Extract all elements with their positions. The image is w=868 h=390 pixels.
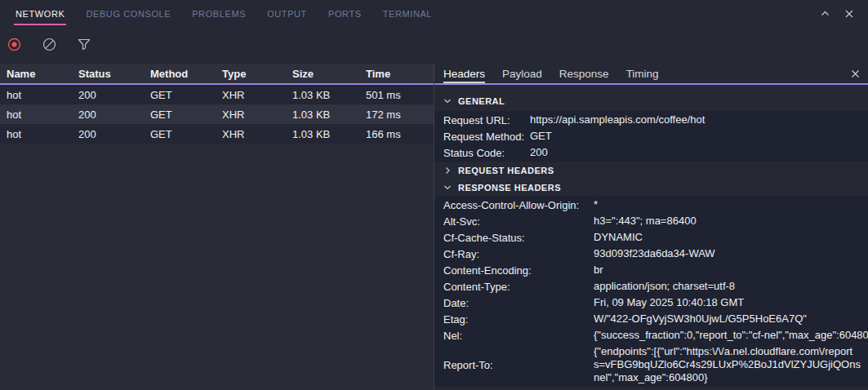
chevron-down-icon xyxy=(443,97,452,105)
close-panel-button[interactable] xyxy=(841,6,857,22)
section-title: RESPONSE HEADERS xyxy=(458,183,561,193)
header-value: * xyxy=(594,197,868,213)
panel-tab[interactable]: PORTS xyxy=(328,0,362,27)
panel-tab-label: NETWORK xyxy=(16,9,65,19)
column-header[interactable]: Type xyxy=(222,68,292,80)
cell-time: 501 ms xyxy=(366,89,434,101)
funnel-icon xyxy=(78,38,91,53)
details-tab[interactable]: Payload xyxy=(502,64,542,83)
column-header[interactable]: Status xyxy=(78,68,150,80)
panel-tab[interactable]: PROBLEMS xyxy=(192,0,246,27)
header-name: Date: xyxy=(443,297,594,309)
chevron-right-icon xyxy=(443,166,452,175)
general-block: Request URL: https://api.sampleapis.com/… xyxy=(434,111,868,162)
details-tab[interactable]: Headers xyxy=(443,64,485,83)
header-name: Cf-Ray: xyxy=(443,248,594,260)
network-devtools-panel: NETWORK DEBUG CONSOLE PROBLEMS OUTPUT PO… xyxy=(0,0,868,390)
collapse-panel-button[interactable] xyxy=(817,6,833,22)
response-header-row: Report-To: {"endpoints":[{"url":"https:\… xyxy=(434,343,868,386)
close-icon xyxy=(844,9,854,19)
cell-size: 1.03 KB xyxy=(292,109,366,121)
general-value: https://api.sampleapis.com/coffee/hot xyxy=(530,112,868,128)
details-tab[interactable]: Timing xyxy=(626,64,659,83)
chevron-up-icon xyxy=(820,8,830,19)
main-split: Name Status Method Type Size Time hot xyxy=(0,64,868,390)
panel-tab[interactable]: DEBUG CONSOLE xyxy=(86,0,171,27)
response-header-row: Date: Fri, 09 May 2025 10:40:18 GMT xyxy=(434,295,868,311)
header-value: W/"422-OFgVyjSW3h0UjwL/G5P5HoE6A7Q" xyxy=(594,311,868,327)
cell-status: 200 xyxy=(78,89,150,101)
cell-name: hot xyxy=(7,109,78,121)
record-button[interactable] xyxy=(4,36,24,55)
request-row[interactable]: hot 200 GET XHR 1.03 KB 166 ms xyxy=(0,124,434,144)
header-value: br xyxy=(594,262,868,278)
panel-tab[interactable]: OUTPUT xyxy=(267,0,307,27)
header-name: Cf-Cache-Status: xyxy=(443,232,594,244)
column-header[interactable]: Time xyxy=(366,68,434,80)
response-header-row: Alt-Svc: h3=":443"; ma=86400 xyxy=(434,213,868,229)
table-header-row: Name Status Method Type Size Time xyxy=(0,64,434,85)
cell-time: 166 ms xyxy=(366,128,434,140)
general-label: Request Method: xyxy=(443,131,530,143)
response-header-row: Etag: W/"422-OFgVyjSW3h0UjwL/G5P5HoE6A7Q… xyxy=(434,311,868,327)
table-rows: hot 200 GET XHR 1.03 KB 501 ms hot 200 G… xyxy=(0,85,434,144)
section-request-headers-header[interactable]: REQUEST HEADERS xyxy=(434,162,868,179)
section-title: REQUEST HEADERS xyxy=(458,166,554,175)
cell-time: 172 ms xyxy=(366,109,434,121)
filter-button[interactable] xyxy=(74,36,94,55)
table-empty-area xyxy=(0,144,434,390)
panel-tab[interactable]: NETWORK xyxy=(16,0,65,27)
section-general-header[interactable]: GENERAL xyxy=(434,91,868,111)
header-value: DYNAMIC xyxy=(594,229,868,246)
cell-size: 1.03 KB xyxy=(292,128,366,140)
request-row[interactable]: hot 200 GET XHR 1.03 KB 172 ms xyxy=(0,104,434,124)
details-tab-label: Headers xyxy=(443,68,485,80)
circle-slash-icon xyxy=(42,38,56,54)
panel-tab-label: TERMINAL xyxy=(383,9,432,19)
response-header-row: Access-Control-Allow-Origin: * xyxy=(434,197,868,213)
response-headers-block: Access-Control-Allow-Origin: * Alt-Svc: … xyxy=(434,196,868,387)
details-tabbar: Headers Payload Response Timing xyxy=(434,64,868,85)
section-title: GENERAL xyxy=(458,96,505,106)
header-value: 93d093f23da6da34-WAW xyxy=(594,246,868,262)
section-response-headers-header[interactable]: RESPONSE HEADERS xyxy=(434,179,868,196)
details-tab[interactable]: Response xyxy=(559,64,609,83)
general-label: Request URL: xyxy=(443,114,530,126)
panel-tab-label: PORTS xyxy=(328,9,362,19)
window-controls xyxy=(817,0,868,27)
close-icon xyxy=(851,69,860,78)
header-value: application/json; charset=utf-8 xyxy=(594,278,868,295)
general-label: Status Code: xyxy=(443,147,530,159)
cell-type: XHR xyxy=(222,128,292,140)
cell-method: GET xyxy=(150,109,222,121)
request-details-panel: Headers Payload Response Timing xyxy=(434,64,868,390)
clear-button[interactable] xyxy=(39,36,59,55)
column-header[interactable]: Size xyxy=(292,68,366,80)
panel-tab-label: PROBLEMS xyxy=(192,9,246,19)
column-header[interactable]: Method xyxy=(150,68,222,80)
panel-tab[interactable]: TERMINAL xyxy=(383,0,432,27)
general-value: 200 xyxy=(530,144,868,161)
cell-status: 200 xyxy=(78,109,150,121)
response-header-row: Cf-Cache-Status: DYNAMIC xyxy=(434,229,868,246)
details-tab-label: Timing xyxy=(626,68,659,80)
header-value: Fri, 09 May 2025 10:40:18 GMT xyxy=(594,295,868,311)
cell-type: XHR xyxy=(222,89,292,101)
details-tabs: Headers Payload Response Timing xyxy=(443,64,676,83)
response-header-row: Content-Type: application/json; charset=… xyxy=(434,278,868,295)
response-header-row: Content-Encoding: br xyxy=(434,262,868,278)
header-value: {"success_fraction":0,"report_to":"cf-ne… xyxy=(594,327,868,343)
cell-size: 1.03 KB xyxy=(292,89,366,101)
chevron-down-icon xyxy=(443,184,452,192)
general-value: GET xyxy=(530,128,868,144)
close-details-button[interactable] xyxy=(847,65,863,82)
header-name: Etag: xyxy=(443,313,594,326)
request-row[interactable]: hot 200 GET XHR 1.03 KB 501 ms xyxy=(0,85,434,104)
header-name: Content-Type: xyxy=(443,281,594,293)
column-header[interactable]: Name xyxy=(7,68,78,80)
record-icon xyxy=(7,38,21,54)
general-row: Request URL: https://api.sampleapis.com/… xyxy=(434,112,868,128)
general-row: Status Code: 200 xyxy=(434,144,868,161)
cell-method: GET xyxy=(150,89,222,101)
general-row: Request Method: GET xyxy=(434,128,868,144)
